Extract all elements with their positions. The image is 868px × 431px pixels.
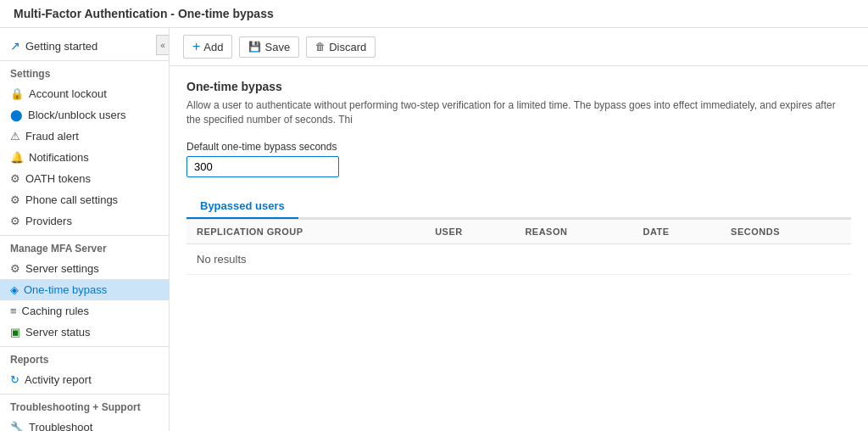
sidebar-item-server-settings[interactable]: ⚙ Server settings [0, 258, 169, 279]
col-date: DATE [633, 219, 721, 243]
sidebar-item-account-lockout[interactable]: 🔒 Account lockout [0, 83, 169, 104]
content-area: + Add 💾 Save 🗑 Discard One-time bypass A… [170, 28, 868, 431]
col-replication-group: REPLICATION GROUP [186, 219, 425, 243]
sidebar-item-label: Notifications [29, 151, 89, 164]
table-container: REPLICATION GROUP USER REASON DATE SECON… [186, 219, 851, 275]
sidebar-item-label: Server status [25, 326, 91, 339]
sidebar-item-label: Phone call settings [25, 193, 118, 206]
one-time-bypass-icon: ◈ [10, 283, 19, 296]
sidebar-item-activity-report[interactable]: ↻ Activity report [0, 369, 169, 390]
sidebar-item-label: OATH tokens [25, 172, 91, 185]
col-reason: REASON [515, 219, 632, 243]
add-icon: + [192, 39, 200, 54]
sidebar-item-label: Caching rules [22, 305, 90, 317]
main-layout: « ↗ Getting started Settings 🔒 Account l… [0, 28, 868, 431]
discard-label: Discard [329, 41, 366, 53]
sidebar-item-troubleshoot[interactable]: 🔧 Troubleshoot [0, 417, 169, 431]
section-description: Allow a user to authenticate without per… [186, 98, 851, 127]
sidebar-item-oath-tokens[interactable]: ⚙ OATH tokens [0, 168, 169, 189]
no-results-row: No results [186, 243, 851, 274]
sidebar-item-label: Getting started [25, 40, 97, 53]
save-label: Save [264, 41, 290, 53]
sidebar-section-troubleshooting: Troubleshooting + Support [0, 394, 169, 417]
save-icon: 💾 [248, 41, 261, 53]
oath-tokens-icon: ⚙ [10, 172, 20, 185]
sidebar-item-fraud-alert[interactable]: ⚠ Fraud alert [0, 126, 169, 147]
sidebar-collapse-button[interactable]: « [156, 35, 170, 55]
bypass-seconds-input[interactable] [186, 156, 339, 177]
block-unblock-icon: ⬤ [10, 109, 23, 121]
tab-bypassed-users[interactable]: Bypassed users [186, 194, 298, 219]
sidebar-item-label: Server settings [25, 262, 99, 275]
getting-started-icon: ↗ [10, 39, 20, 53]
discard-icon: 🗑 [315, 41, 326, 53]
content-body: One-time bypass Allow a user to authenti… [170, 66, 868, 431]
col-user: USER [425, 219, 515, 243]
bypass-seconds-label: Default one-time bypass seconds [186, 141, 851, 153]
tab-label: Bypassed users [200, 199, 285, 212]
sidebar-item-one-time-bypass[interactable]: ◈ One-time bypass [0, 279, 169, 300]
sidebar-section-reports: Reports [0, 346, 169, 369]
sidebar-item-block-unblock[interactable]: ⬤ Block/unblock users [0, 104, 169, 126]
sidebar-section-settings: Settings [0, 60, 169, 83]
col-seconds: SECONDS [721, 219, 851, 243]
notifications-icon: 🔔 [10, 151, 24, 164]
activity-report-icon: ↻ [10, 373, 19, 386]
sidebar-item-label: Providers [25, 215, 72, 227]
sidebar-item-phone-call[interactable]: ⚙ Phone call settings [0, 189, 169, 210]
save-button[interactable]: 💾 Save [239, 36, 299, 58]
server-status-icon: ▣ [10, 326, 20, 339]
page-title: Multi-Factor Authentication - One-time b… [14, 7, 274, 20]
section-title: One-time bypass [186, 80, 851, 93]
title-bar: Multi-Factor Authentication - One-time b… [0, 0, 868, 28]
add-button[interactable]: + Add [183, 35, 232, 59]
sidebar-item-label: Block/unblock users [28, 109, 126, 121]
bypassed-users-table: REPLICATION GROUP USER REASON DATE SECON… [186, 219, 851, 275]
sidebar-item-server-status[interactable]: ▣ Server status [0, 322, 169, 343]
providers-icon: ⚙ [10, 215, 20, 227]
troubleshoot-icon: 🔧 [10, 421, 24, 431]
sidebar-item-label: Activity report [25, 373, 92, 386]
caching-rules-icon: ≡ [10, 305, 17, 317]
sidebar: « ↗ Getting started Settings 🔒 Account l… [0, 28, 170, 431]
sidebar-item-notifications[interactable]: 🔔 Notifications [0, 147, 169, 168]
toolbar: + Add 💾 Save 🗑 Discard [170, 28, 868, 66]
sidebar-item-caching-rules[interactable]: ≡ Caching rules [0, 300, 169, 322]
add-label: Add [203, 41, 223, 53]
sidebar-item-providers[interactable]: ⚙ Providers [0, 210, 169, 232]
sidebar-section-mfa-server: Manage MFA Server [0, 235, 169, 258]
table-header-row: REPLICATION GROUP USER REASON DATE SECON… [186, 219, 851, 243]
account-lockout-icon: 🔒 [10, 87, 24, 100]
server-settings-icon: ⚙ [10, 262, 20, 275]
phone-call-icon: ⚙ [10, 193, 20, 206]
sidebar-item-label: One-time bypass [24, 283, 107, 296]
tabs: Bypassed users [186, 194, 851, 219]
sidebar-item-label: Troubleshoot [29, 421, 92, 431]
sidebar-item-getting-started[interactable]: ↗ Getting started [0, 35, 169, 57]
sidebar-item-label: Fraud alert [25, 130, 79, 143]
fraud-alert-icon: ⚠ [10, 130, 20, 143]
no-results-text: No results [186, 243, 851, 274]
sidebar-item-label: Account lockout [29, 87, 107, 100]
discard-button[interactable]: 🗑 Discard [306, 36, 376, 58]
